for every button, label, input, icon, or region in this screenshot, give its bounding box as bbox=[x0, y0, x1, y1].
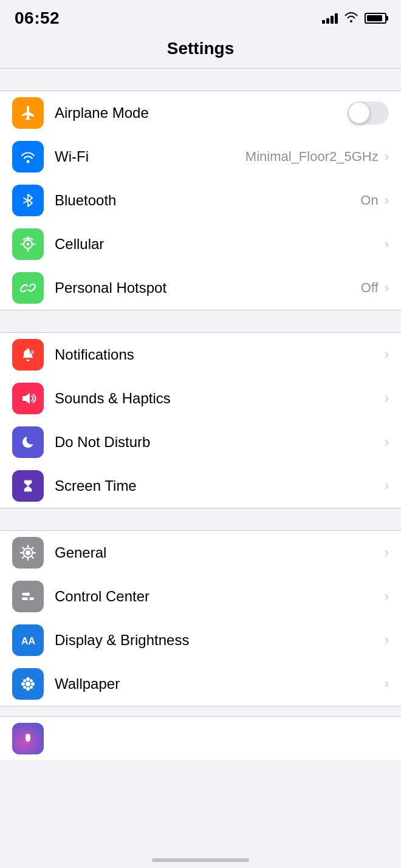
general-icon bbox=[12, 537, 44, 569]
sounds-icon bbox=[12, 383, 44, 414]
general-label: General bbox=[55, 544, 385, 561]
airplane-mode-row[interactable]: Airplane Mode bbox=[0, 91, 401, 135]
wifi-icon bbox=[12, 141, 44, 173]
notifications-icon bbox=[12, 339, 44, 371]
airplane-mode-label: Airplane Mode bbox=[55, 104, 348, 121]
system-section: General › Control Center › AA Display & … bbox=[0, 530, 401, 706]
wallpaper-chevron: › bbox=[385, 676, 389, 692]
bluetooth-label: Bluetooth bbox=[55, 192, 360, 209]
svg-point-19 bbox=[31, 682, 35, 686]
wifi-row[interactable]: Wi-Fi Minimal_Floor2_5GHz › bbox=[0, 135, 401, 179]
battery-icon bbox=[365, 13, 386, 24]
wifi-status-icon bbox=[344, 12, 358, 26]
displaybrightness-icon: AA bbox=[12, 624, 44, 656]
wifi-value: Minimal_Floor2_5GHz bbox=[245, 149, 379, 165]
wifi-chevron: › bbox=[385, 149, 389, 165]
svg-point-21 bbox=[30, 679, 33, 682]
donotdisturb-icon bbox=[12, 426, 44, 458]
donotdisturb-row[interactable]: Do Not Disturb › bbox=[0, 420, 401, 464]
bluetooth-icon bbox=[12, 185, 44, 216]
sounds-label: Sounds & Haptics bbox=[55, 390, 385, 407]
page-title-bar: Settings bbox=[0, 34, 401, 69]
svg-point-16 bbox=[26, 677, 30, 681]
partial-row[interactable] bbox=[0, 716, 401, 760]
hotspot-icon bbox=[12, 272, 44, 304]
status-bar: 06:52 bbox=[0, 0, 401, 34]
svg-rect-5 bbox=[31, 352, 34, 354]
status-icons bbox=[322, 12, 386, 26]
svg-text:AA: AA bbox=[21, 636, 36, 646]
donotdisturb-chevron: › bbox=[385, 434, 389, 450]
svg-point-17 bbox=[26, 687, 30, 691]
svg-point-22 bbox=[23, 686, 26, 689]
displaybrightness-row[interactable]: AA Display & Brightness › bbox=[0, 618, 401, 662]
section-spacer-4 bbox=[0, 706, 401, 716]
hotspot-label: Personal Hotspot bbox=[55, 279, 361, 296]
svg-point-2 bbox=[27, 243, 30, 246]
section-spacer-1 bbox=[0, 69, 401, 91]
cellular-icon bbox=[12, 228, 44, 260]
siri-icon bbox=[12, 723, 44, 754]
cellular-chevron: › bbox=[385, 236, 389, 252]
general-chevron: › bbox=[385, 545, 389, 561]
bluetooth-value: On bbox=[360, 193, 378, 208]
controlcenter-row[interactable]: Control Center › bbox=[0, 575, 401, 618]
svg-point-10 bbox=[26, 592, 30, 596]
displaybrightness-label: Display & Brightness bbox=[55, 632, 385, 649]
status-time: 06:52 bbox=[15, 9, 60, 28]
controlcenter-icon bbox=[12, 581, 44, 612]
bluetooth-row[interactable]: Bluetooth On › bbox=[0, 179, 401, 222]
donotdisturb-label: Do Not Disturb bbox=[55, 434, 385, 451]
svg-rect-13 bbox=[22, 598, 28, 601]
notifications-chevron: › bbox=[385, 347, 389, 363]
wallpaper-row[interactable]: Wallpaper › bbox=[0, 662, 401, 706]
hotspot-value: Off bbox=[361, 280, 379, 296]
svg-point-23 bbox=[30, 686, 33, 689]
controlcenter-chevron: › bbox=[385, 589, 389, 604]
notifications-label: Notifications bbox=[55, 346, 385, 363]
general-row[interactable]: General › bbox=[0, 531, 401, 575]
notifications-row[interactable]: Notifications › bbox=[0, 333, 401, 377]
svg-point-18 bbox=[21, 682, 25, 686]
displaybrightness-chevron: › bbox=[385, 632, 389, 648]
home-indicator bbox=[152, 858, 249, 862]
hotspot-row[interactable]: Personal Hotspot Off › bbox=[0, 266, 401, 310]
hotspot-chevron: › bbox=[385, 280, 389, 296]
section-spacer-3 bbox=[0, 508, 401, 530]
airplane-mode-toggle[interactable] bbox=[348, 101, 389, 125]
svg-point-0 bbox=[27, 160, 30, 163]
cellular-label: Cellular bbox=[55, 236, 385, 253]
signal-icon bbox=[322, 13, 338, 24]
sounds-row[interactable]: Sounds & Haptics › bbox=[0, 377, 401, 420]
notifications-section: Notifications › Sounds & Haptics › Do No… bbox=[0, 332, 401, 508]
svg-point-20 bbox=[23, 679, 26, 682]
wallpaper-icon bbox=[12, 668, 44, 700]
wallpaper-label: Wallpaper bbox=[55, 675, 385, 692]
sounds-chevron: › bbox=[385, 391, 389, 406]
screentime-label: Screen Time bbox=[55, 477, 385, 494]
section-spacer-2 bbox=[0, 310, 401, 332]
svg-point-15 bbox=[26, 682, 30, 686]
page-title: Settings bbox=[167, 39, 234, 58]
screentime-chevron: › bbox=[385, 478, 389, 494]
cellular-row[interactable]: Cellular › bbox=[0, 222, 401, 266]
screentime-icon bbox=[12, 470, 44, 502]
toggle-knob bbox=[349, 103, 369, 123]
svg-marker-6 bbox=[22, 393, 30, 404]
controlcenter-label: Control Center bbox=[55, 588, 385, 605]
bluetooth-chevron: › bbox=[385, 193, 389, 208]
svg-point-7 bbox=[26, 550, 30, 555]
wifi-label: Wi-Fi bbox=[55, 148, 245, 165]
airplane-mode-icon bbox=[12, 97, 44, 129]
svg-rect-4 bbox=[31, 351, 34, 352]
connectivity-section: Airplane Mode Wi-Fi Minimal_Floor2_5GHz … bbox=[0, 91, 401, 310]
screentime-row[interactable]: Screen Time › bbox=[0, 464, 401, 508]
